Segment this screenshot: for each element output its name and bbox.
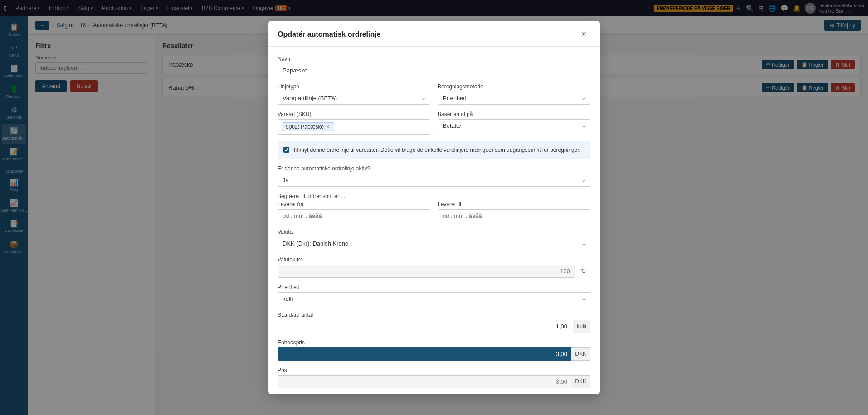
begraens-group: Begræns til ordrer som er ... Leveret fr… [278, 193, 590, 222]
modal-overlay: Opdatér automatisk ordrelinje × Navn Lin… [0, 0, 868, 415]
pr-enhed-group: Pr enhed kolli [278, 284, 590, 305]
sku-remove-button[interactable]: ✕ [326, 124, 330, 130]
begraens-label: Begræns til ordrer som er ... [278, 193, 590, 199]
valuta-group: Valuta DKK (Dkr): Danish Krone [278, 229, 590, 250]
valutakurs-refresh-button[interactable]: ↻ [577, 265, 590, 277]
valutakurs-input[interactable] [278, 265, 575, 278]
baser-antal-label: Basér antal på [438, 111, 590, 117]
pris-wrap: DKK [278, 375, 590, 388]
checkbox-row: Tilknyt denne ordrelinje til varearter. … [278, 141, 590, 159]
modal-close-button[interactable]: × [578, 28, 590, 41]
leveret-fra-group: Leveret fra [278, 201, 430, 222]
leveret-til-input[interactable] [438, 209, 590, 222]
leveret-fra-label: Leveret fra [278, 201, 430, 208]
aktiv-label: Er denne automatiske ordrelinje aktiv? [278, 165, 590, 172]
pr-enhed-select[interactable]: kolli [278, 292, 590, 305]
leveret-fra-input[interactable] [278, 209, 430, 222]
modal-header: Opdatér automatisk ordrelinje × [268, 21, 600, 47]
standard-antal-input[interactable] [278, 320, 590, 333]
standard-antal-wrap: kolli [278, 320, 590, 333]
baser-antal-group: Basér antal på Betalte [438, 111, 590, 135]
beregningsmetode-group: Beregningsmetode Pr enhed [438, 83, 590, 105]
valuta-label: Valuta [278, 229, 590, 235]
tilknyt-checkbox[interactable] [283, 147, 289, 153]
baser-antal-select[interactable]: Betalte [438, 119, 590, 132]
linjetype-select[interactable]: Varepartilinje (BETA) [278, 92, 430, 105]
leveret-til-group: Leveret til [438, 201, 590, 222]
enhedspris-wrap: DKK [278, 347, 590, 361]
sku-input-wrap[interactable]: 9002: Papæske ✕ [278, 119, 430, 135]
pr-enhed-label: Pr enhed [278, 284, 590, 290]
pris-label: Pris [278, 367, 590, 373]
valuta-select[interactable]: DKK (Dkr): Danish Krone [278, 237, 590, 250]
leveret-til-label: Leveret til [438, 201, 590, 208]
vareart-group: Vareart (SKU) 9002: Papæske ✕ [278, 111, 430, 135]
modal-dialog: Opdatér automatisk ordrelinje × Navn Lin… [268, 21, 600, 394]
vareart-label: Vareart (SKU) [278, 111, 430, 117]
pris-group: Pris DKK [278, 367, 590, 388]
pris-input [278, 375, 590, 388]
standard-antal-label: Standard antal [278, 312, 590, 318]
sku-tag-text: 9002: Papæske [286, 124, 324, 130]
enhedspris-suffix: DKK [571, 347, 590, 361]
enhedspris-input[interactable] [278, 347, 590, 361]
standard-antal-suffix: kolli [573, 320, 590, 333]
pris-suffix: DKK [571, 375, 590, 388]
beregningsmetode-select[interactable]: Pr enhed [438, 92, 590, 105]
aktiv-select[interactable]: Ja [278, 174, 590, 187]
beregningsmetode-label: Beregningsmetode [438, 83, 590, 90]
valutakurs-group: Valutakurs ↻ [278, 256, 590, 278]
checkbox-label-text: Tilknyt denne ordrelinje til varearter. … [293, 146, 580, 154]
linjetype-label: Linjetype [278, 83, 430, 90]
linjetype-group: Linjetype Varepartilinje (BETA) [278, 83, 430, 105]
navn-group: Navn [278, 56, 590, 77]
enhedspris-group: Enhedspris DKK [278, 339, 590, 361]
navn-input[interactable] [278, 64, 590, 77]
aktiv-group: Er denne automatiske ordrelinje aktiv? J… [278, 165, 590, 187]
sku-tag: 9002: Papæske ✕ [282, 122, 334, 131]
modal-title: Opdatér automatisk ordrelinje [278, 30, 381, 39]
enhedspris-label: Enhedspris [278, 339, 590, 346]
valutakurs-wrap: ↻ [278, 265, 590, 278]
standard-antal-group: Standard antal kolli [278, 312, 590, 333]
valutakurs-label: Valutakurs [278, 256, 590, 263]
modal-body: Navn Linjetype Varepartilinje (BETA) Ber… [268, 47, 600, 394]
navn-label: Navn [278, 56, 590, 62]
